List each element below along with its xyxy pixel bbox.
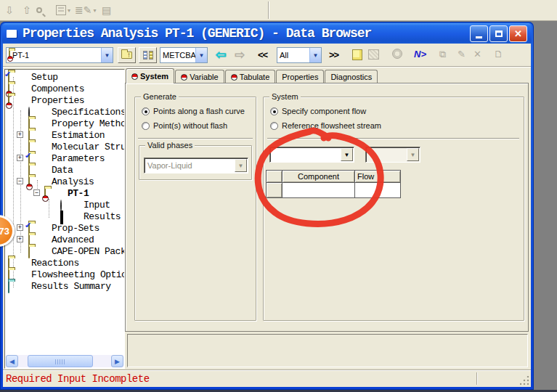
tree-item-results[interactable]: Results: [5, 211, 125, 222]
chevron-down-icon[interactable]: ▼: [309, 48, 321, 62]
expand-icon[interactable]: +: [17, 224, 23, 231]
export-icon[interactable]: ⇧: [23, 4, 31, 17]
scroll-right-icon[interactable]: ▶: [111, 355, 123, 367]
layout-menu-icon[interactable]: ▾: [56, 4, 70, 17]
radio-points-along-a-flash-curve[interactable]: Points along a flash curve: [142, 106, 245, 116]
separator: [267, 138, 519, 139]
window-title: Properties Analysis PT-1 (GENERIC) - Dat…: [23, 26, 371, 41]
chevron-down-icon[interactable]: ▼: [341, 148, 353, 161]
tree-item-specifications[interactable]: Specifications: [5, 106, 125, 118]
object-combo[interactable]: PT-1 ▼: [6, 47, 113, 63]
table-row-header: [267, 183, 282, 198]
titlebar[interactable]: Properties Analysis PT-1 (GENERIC) - Dat…: [2, 23, 532, 44]
tree-hscrollbar[interactable]: ◀ ▶: [6, 355, 123, 367]
valid-phases-group: Valid phases Vapor-Liquid ▼: [139, 145, 252, 180]
tree-item-label: Analysis: [52, 176, 94, 187]
table-component-cell[interactable]: [282, 183, 355, 198]
expand-icon[interactable]: +: [17, 155, 23, 161]
tab-system[interactable]: System: [126, 68, 174, 83]
scroll-left-icon[interactable]: ◀: [6, 355, 18, 367]
toolbar-divider: [269, 1, 269, 19]
tab-label: Tabulate: [240, 73, 270, 81]
radio-icon[interactable]: [142, 122, 150, 130]
window-icon: [7, 30, 17, 38]
system-group: System Specify component flowReference f…: [263, 97, 524, 321]
tree-item-molecular-structure[interactable]: Molecular Structure: [5, 141, 125, 152]
radio-specify-component-flow[interactable]: Specify component flow: [270, 106, 366, 116]
collapse-icon[interactable]: −: [33, 189, 40, 196]
tree-item-advanced[interactable]: +Advanced: [5, 234, 125, 245]
radio-selected-icon[interactable]: [270, 107, 278, 115]
preview-icon[interactable]: [36, 4, 42, 17]
chevron-down-icon[interactable]: ▼: [195, 48, 207, 62]
tree-item-data[interactable]: Data: [5, 164, 125, 176]
keyboard-icon[interactable]: ▤: [102, 4, 111, 17]
edit-icon[interactable]: ✎: [458, 49, 465, 60]
folder-incomplete-icon: [8, 96, 9, 107]
table-header-component: Component: [282, 171, 355, 183]
tree-item-label: Property Methods: [52, 118, 125, 129]
component-flow-table: ComponentFlow: [266, 170, 401, 198]
up-one-level-button[interactable]: ↑: [118, 47, 136, 63]
tree-item-setup[interactable]: ✓Setup: [5, 71, 125, 83]
comments-icon[interactable]: [368, 49, 379, 60]
tree-item-label: Specifications: [52, 107, 125, 118]
resize-grip-icon[interactable]: [520, 376, 529, 385]
browser-panes-button[interactable]: [139, 47, 157, 63]
radio-icon[interactable]: [270, 122, 278, 130]
tree-item-label: Advanced: [52, 234, 94, 245]
incomplete-icon: [181, 74, 187, 81]
next-group-button[interactable]: >>: [329, 49, 338, 60]
tree-item-cape-open-packages[interactable]: CAPE-OPEN Packages: [5, 245, 125, 257]
tab-properties[interactable]: Properties: [276, 70, 324, 83]
tree-item-analysis[interactable]: −Analysis: [5, 176, 125, 187]
back-button[interactable]: ⇦: [216, 49, 230, 60]
radio-point-s-without-flash[interactable]: Point(s) without flash: [142, 121, 227, 131]
screen: ⇩ ⇧ ▾ ≣✎▾ ▤ Properties Analysis PT-1 (GE…: [0, 0, 557, 392]
import-icon[interactable]: ⇩: [5, 4, 14, 17]
scroll-thumb[interactable]: [28, 355, 93, 367]
radio-label: Points along a flash curve: [153, 107, 245, 115]
separator: [138, 138, 253, 139]
units-combo[interactable]: METCBAR ▼: [160, 47, 208, 63]
tree-item-estimation[interactable]: +Estimation: [5, 129, 125, 141]
radio-selected-icon[interactable]: [142, 107, 150, 115]
maximize-button[interactable]: [489, 25, 508, 42]
forward-button[interactable]: ⇨: [235, 49, 249, 60]
tab-variable[interactable]: Variable: [175, 70, 224, 83]
expand-icon[interactable]: +: [17, 236, 23, 242]
tab-tabulate[interactable]: Tabulate: [225, 70, 276, 83]
reconcile-icon[interactable]: 🗋: [494, 49, 503, 60]
tree-item-pt-1[interactable]: −PT-1: [5, 187, 125, 199]
stream-combo: ▼: [365, 147, 420, 163]
tree-item-reactions[interactable]: Reactions: [5, 257, 125, 269]
chevron-down-icon[interactable]: ▼: [101, 48, 113, 62]
chevron-down-icon: ▼: [407, 148, 419, 161]
tree-item-components[interactable]: Components: [5, 83, 125, 94]
prev-group-button[interactable]: <<: [258, 49, 267, 60]
tree-item-properties[interactable]: Properties: [5, 94, 125, 106]
tree-item-results-summary[interactable]: Results Summary: [5, 280, 125, 292]
next-input-button[interactable]: N>: [414, 49, 426, 60]
tree-item-prop-sets[interactable]: +✓Prop-Sets: [5, 222, 125, 234]
new-note-icon[interactable]: [352, 49, 362, 60]
minimize-button[interactable]: [470, 25, 488, 42]
collapse-icon[interactable]: −: [17, 178, 23, 184]
filter-combo[interactable]: All ▼: [277, 47, 322, 63]
delete-icon[interactable]: ✕: [473, 49, 481, 60]
globe-icon[interactable]: [392, 49, 402, 59]
tab-diagnostics[interactable]: Diagnostics: [325, 70, 378, 83]
radio-reference-flowsheet-stream[interactable]: Reference flowsheet stream: [270, 121, 381, 131]
tree-item-property-methods[interactable]: Property Methods: [5, 118, 125, 129]
paste-icon[interactable]: ⧉: [439, 49, 446, 60]
tree-item-input[interactable]: Input: [5, 199, 125, 211]
tree-item-flowsheeting-options[interactable]: Flowsheeting Options: [5, 269, 125, 280]
expand-icon[interactable]: +: [17, 131, 23, 138]
tree-item-label: CAPE-OPEN Packages: [52, 246, 125, 257]
close-button[interactable]: ✕: [509, 25, 527, 42]
component-combo[interactable]: ▼: [269, 147, 354, 163]
tree-item-label: Estimation: [52, 130, 105, 141]
table-flow-cell[interactable]: [355, 183, 401, 198]
tree-item-parameters[interactable]: +✓Parameters: [5, 152, 125, 164]
format-menu-icon[interactable]: ≣✎▾: [75, 4, 96, 17]
